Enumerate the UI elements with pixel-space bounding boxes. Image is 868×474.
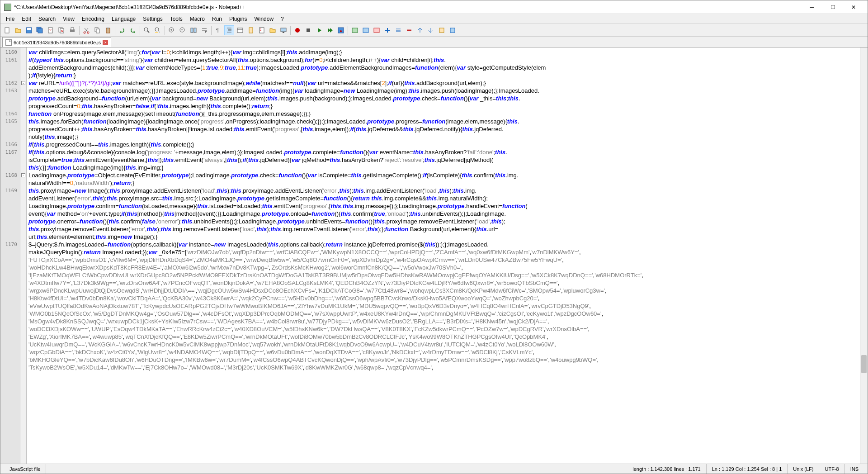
tab-filename: 6cb1e31ff2f343a9d576d889bfcbde0e.js bbox=[14, 40, 101, 45]
extra-tool-3-icon[interactable] bbox=[372, 25, 382, 35]
menu-plugins[interactable]: Plugins bbox=[226, 15, 250, 23]
menu-settings[interactable]: Settings bbox=[139, 15, 166, 23]
svg-point-30 bbox=[295, 28, 300, 33]
indent-guide-icon[interactable] bbox=[224, 25, 234, 35]
play-multi-icon[interactable] bbox=[325, 25, 335, 35]
zoom-in-icon[interactable] bbox=[167, 25, 177, 35]
new-file-icon[interactable] bbox=[2, 25, 12, 35]
svg-point-17 bbox=[155, 28, 159, 31]
replace-icon[interactable] bbox=[153, 25, 163, 35]
func-list-icon[interactable] bbox=[257, 25, 267, 35]
file-tab[interactable]: 6cb1e31ff2f343a9d576d889bfcbde0e.js × bbox=[2, 37, 111, 47]
svg-rect-29 bbox=[281, 28, 286, 32]
close-all-icon[interactable] bbox=[57, 25, 66, 35]
extra-tool-6-icon[interactable] bbox=[404, 25, 414, 35]
open-file-icon[interactable] bbox=[13, 25, 23, 35]
close-button[interactable]: ✕ bbox=[843, 0, 864, 14]
record-macro-icon[interactable] bbox=[292, 25, 302, 35]
status-length: length : 1.142.306 lines : 1.171 bbox=[627, 464, 706, 474]
svg-rect-13 bbox=[96, 29, 99, 33]
menu-encoding[interactable]: Encoding bbox=[78, 15, 108, 23]
find-icon[interactable] bbox=[142, 25, 152, 35]
svg-rect-26 bbox=[259, 28, 264, 33]
undo-icon[interactable] bbox=[117, 25, 127, 35]
save-icon[interactable] bbox=[24, 25, 34, 35]
status-encoding: UTF-8 bbox=[819, 464, 844, 474]
app-icon bbox=[4, 4, 11, 11]
statusbar: JavaScript file length : 1.142.306 lines… bbox=[0, 464, 868, 474]
editor[interactable]: 1160116111621163116411651166116711681169… bbox=[0, 47, 868, 464]
folder-workspace-icon[interactable] bbox=[268, 25, 278, 35]
status-lang: JavaScript file bbox=[4, 464, 46, 474]
paste-icon[interactable] bbox=[103, 25, 113, 35]
svg-text:¶: ¶ bbox=[216, 28, 219, 33]
svg-rect-31 bbox=[307, 28, 310, 32]
status-eol: Unix (LF) bbox=[788, 464, 819, 474]
extra-tool-9-icon[interactable] bbox=[437, 25, 447, 35]
status-ins: INS bbox=[845, 464, 864, 474]
monitor-icon[interactable] bbox=[278, 25, 288, 35]
sync-scroll-icon[interactable] bbox=[189, 25, 198, 35]
doc-map-icon[interactable] bbox=[246, 25, 256, 35]
menu-window[interactable]: Window bbox=[250, 15, 277, 23]
svg-rect-4 bbox=[38, 28, 42, 33]
menu-language[interactable]: Language bbox=[108, 15, 139, 23]
menu-view[interactable]: View bbox=[59, 15, 78, 23]
zoom-out-icon[interactable] bbox=[178, 25, 188, 35]
fold-gutter: -- bbox=[20, 47, 27, 464]
svg-rect-36 bbox=[374, 28, 379, 33]
menubar: FileEditSearchViewEncodingLanguageSettin… bbox=[0, 14, 868, 24]
menu-search[interactable]: Search bbox=[35, 15, 59, 23]
svg-point-33 bbox=[340, 30, 342, 32]
close-file-icon[interactable] bbox=[46, 25, 56, 35]
show-all-chars-icon[interactable]: ¶ bbox=[213, 25, 223, 35]
menu-tools[interactable]: Tools bbox=[166, 15, 186, 23]
minimize-button[interactable]: ─ bbox=[802, 0, 822, 14]
svg-rect-2 bbox=[27, 28, 31, 30]
save-macro-icon[interactable] bbox=[336, 25, 346, 35]
extra-tool-5-icon[interactable] bbox=[393, 25, 403, 35]
svg-rect-14 bbox=[106, 28, 110, 33]
extra-tool-7-icon[interactable] bbox=[415, 25, 425, 35]
extra-tool-1-icon[interactable] bbox=[350, 25, 360, 35]
toolbar: ¶ bbox=[0, 24, 868, 37]
maximize-button[interactable]: ☐ bbox=[822, 0, 843, 14]
line-gutter: 1160116111621163116411651166116711681169… bbox=[0, 47, 20, 464]
status-position: Ln : 1.129 Col : 1.254 Sel : 8 | 1 bbox=[707, 464, 788, 474]
tabbar: 6cb1e31ff2f343a9d576d889bfcbde0e.js × bbox=[0, 37, 868, 47]
redo-icon[interactable] bbox=[128, 25, 138, 35]
tab-close-icon[interactable]: × bbox=[103, 40, 108, 45]
window-title: *C:\Users\Mert\Desktop\YeniYazi\Magecart… bbox=[14, 4, 802, 10]
scrollbar-thumb[interactable] bbox=[861, 355, 867, 373]
copy-icon[interactable] bbox=[92, 25, 102, 35]
play-macro-icon[interactable] bbox=[314, 25, 324, 35]
menu-file[interactable]: File bbox=[2, 15, 18, 23]
code-area[interactable]: var childImgs=elem.querySelectorAll('img… bbox=[27, 47, 868, 464]
menu-?[interactable]: ? bbox=[277, 15, 288, 23]
extra-tool-2-icon[interactable] bbox=[361, 25, 371, 35]
svg-rect-25 bbox=[249, 28, 253, 33]
menu-run[interactable]: Run bbox=[208, 15, 226, 23]
svg-rect-22 bbox=[194, 28, 196, 33]
svg-rect-0 bbox=[5, 28, 9, 33]
svg-rect-38 bbox=[450, 28, 455, 33]
vertical-scrollbar[interactable] bbox=[860, 47, 868, 464]
menu-macro[interactable]: Macro bbox=[186, 15, 208, 23]
save-all-icon[interactable] bbox=[35, 25, 45, 35]
menu-edit[interactable]: Edit bbox=[18, 15, 35, 23]
wordwrap-icon[interactable] bbox=[199, 25, 209, 35]
print-icon[interactable] bbox=[67, 25, 77, 35]
svg-rect-24 bbox=[237, 28, 243, 33]
file-icon bbox=[5, 39, 12, 46]
cut-icon[interactable] bbox=[81, 25, 91, 35]
svg-rect-18 bbox=[155, 32, 158, 33]
extra-tool-4-icon[interactable] bbox=[382, 25, 392, 35]
extra-tool-8-icon[interactable] bbox=[426, 25, 436, 35]
stop-macro-icon[interactable] bbox=[303, 25, 313, 35]
extra-tool-10-icon[interactable] bbox=[448, 25, 458, 35]
svg-point-28 bbox=[260, 30, 261, 31]
udl-icon[interactable] bbox=[235, 25, 245, 35]
svg-point-16 bbox=[144, 28, 148, 31]
svg-rect-15 bbox=[107, 28, 109, 28]
svg-rect-21 bbox=[191, 28, 193, 33]
